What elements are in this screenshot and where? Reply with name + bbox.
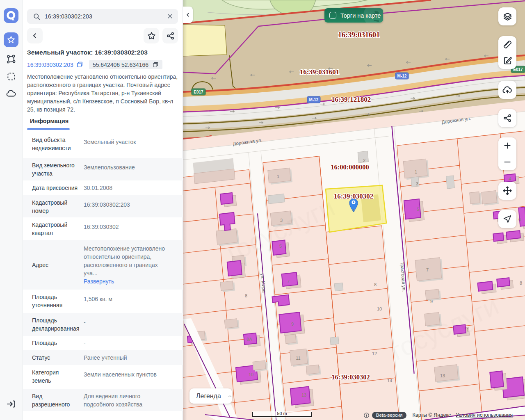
svg-text:16:39:121802: 16:39:121802 bbox=[331, 96, 371, 103]
svg-text:9: 9 bbox=[291, 322, 294, 326]
svg-text:1: 1 bbox=[415, 169, 417, 174]
svg-text:1: 1 bbox=[277, 174, 279, 179]
svg-text:4: 4 bbox=[509, 176, 511, 181]
svg-text:2: 2 bbox=[363, 158, 365, 163]
svg-text:6: 6 bbox=[518, 217, 521, 222]
svg-text:16:39:030302: 16:39:030302 bbox=[334, 192, 373, 200]
svg-text:13: 13 bbox=[301, 393, 306, 397]
svg-text:М-12: М-12 bbox=[397, 74, 407, 78]
svg-text:E017: E017 bbox=[513, 67, 523, 72]
svg-text:16:39:031601: 16:39:031601 bbox=[338, 31, 380, 39]
svg-text:М-12: М-12 bbox=[309, 98, 319, 102]
svg-text:8: 8 bbox=[245, 293, 247, 298]
svg-text:16:00:000000: 16:00:000000 bbox=[331, 163, 369, 171]
svg-text:8: 8 bbox=[374, 282, 377, 287]
svg-text:8: 8 bbox=[520, 281, 522, 285]
svg-text:13: 13 bbox=[440, 373, 445, 378]
svg-text:10: 10 bbox=[377, 306, 382, 311]
svg-text:E017: E017 bbox=[194, 90, 203, 94]
svg-text:7: 7 bbox=[287, 279, 290, 284]
svg-text:11: 11 bbox=[296, 356, 300, 361]
svg-text:16:39:031601: 16:39:031601 bbox=[300, 68, 339, 76]
svg-text:10: 10 bbox=[249, 372, 253, 377]
svg-text:12: 12 bbox=[372, 351, 377, 356]
svg-text:5: 5 bbox=[417, 207, 419, 212]
svg-text:4: 4 bbox=[352, 208, 355, 213]
svg-text:8А: 8А bbox=[247, 337, 252, 342]
svg-text:3: 3 bbox=[416, 181, 418, 186]
svg-text:14: 14 bbox=[387, 378, 392, 383]
svg-text:7: 7 bbox=[426, 267, 429, 272]
svg-text:16:39:030302: 16:39:030302 bbox=[331, 373, 370, 381]
svg-text:9: 9 bbox=[430, 299, 433, 304]
